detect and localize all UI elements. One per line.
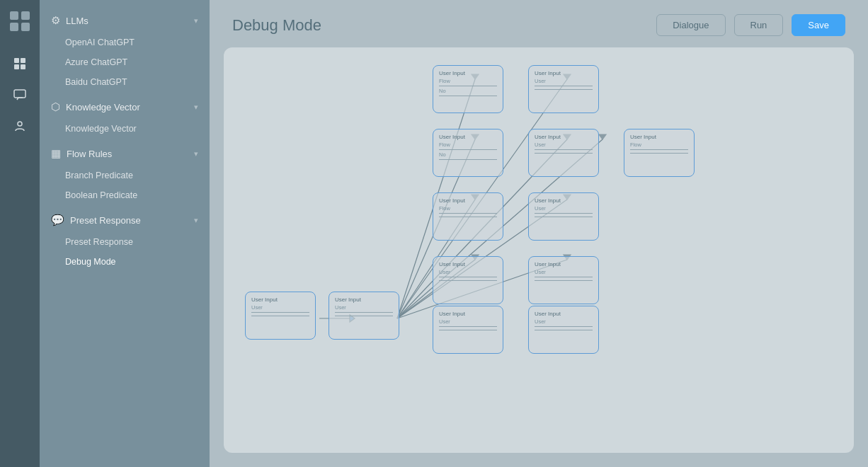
dialogue-button[interactable]: Dialogue	[656, 14, 725, 36]
svg-rect-4	[14, 58, 19, 63]
sidebar-item-preset-response[interactable]: Preset Response	[40, 232, 210, 252]
preset-icon: 💬	[51, 214, 64, 226]
app-logo	[7, 8, 33, 34]
llms-label: LLMs	[66, 16, 88, 26]
chat-nav-icon[interactable]	[7, 82, 33, 108]
save-button[interactable]: Save	[792, 14, 845, 36]
sidebar-item-openai-chatgpt[interactable]: OpenAI ChatGPT	[40, 33, 210, 52]
person-nav-icon[interactable]	[7, 113, 33, 139]
llms-chevron: ▾	[194, 16, 198, 25]
dashboard-nav-icon[interactable]	[7, 51, 33, 76]
run-button[interactable]: Run	[734, 14, 784, 36]
main-header: Debug Mode Dialogue Run Save	[210, 0, 868, 47]
sidebar-section-llms-header[interactable]: ⚙ LLMs ▾	[40, 8, 210, 33]
svg-rect-7	[21, 64, 25, 69]
flow-node-b2[interactable]: User Input User	[329, 292, 399, 340]
flow-icon: ▦	[51, 147, 61, 160]
svg-rect-5	[21, 58, 25, 63]
sidebar-item-azure-chatgpt[interactable]: Azure ChatGPT	[40, 52, 210, 72]
svg-point-9	[18, 122, 22, 126]
kv-icon: ⬡	[51, 100, 60, 113]
sidebar-item-baidu-chatgpt[interactable]: Baidu ChatGPT	[40, 72, 210, 92]
flow-node-r3-1[interactable]: User Input Flow	[433, 192, 503, 241]
sidebar-section-flow-header[interactable]: ▦ Flow Rules ▾	[40, 142, 210, 166]
flow-node-r2-1[interactable]: User Input Flow No	[433, 129, 503, 177]
sidebar-item-branch-predicate[interactable]: Branch Predicate	[40, 166, 210, 185]
sidebar-item-boolean-predicate[interactable]: Boolean Predicate	[40, 185, 210, 205]
icon-sidebar	[0, 0, 40, 467]
sidebar-section-llms: ⚙ LLMs ▾ OpenAI ChatGPT Azure ChatGPT Ba…	[40, 8, 210, 92]
flow-node-r1-1[interactable]: User Input Flow No	[433, 65, 503, 113]
svg-rect-2	[10, 23, 18, 31]
preset-label: Preset Response	[70, 215, 141, 226]
flow-node-r1-2[interactable]: User Input User	[528, 65, 599, 113]
flow-node-r4-2[interactable]: User Input User	[528, 256, 599, 304]
svg-rect-0	[10, 11, 18, 20]
sidebar-section-kv-header[interactable]: ⬡ Knowledge Vector ▾	[40, 95, 210, 119]
flow-node-r2-3[interactable]: User Input Flow	[624, 129, 695, 177]
left-sidebar: ⚙ LLMs ▾ OpenAI ChatGPT Azure ChatGPT Ba…	[40, 0, 210, 467]
svg-rect-1	[21, 11, 30, 20]
kv-chevron: ▾	[194, 103, 198, 112]
sidebar-section-preset-header[interactable]: 💬 Preset Response ▾	[40, 208, 210, 232]
sidebar-section-flow-rules: ▦ Flow Rules ▾ Branch Predicate Boolean …	[40, 142, 210, 205]
flow-node-b4[interactable]: User Input User	[528, 306, 599, 354]
llms-icon: ⚙	[51, 14, 60, 27]
sidebar-section-knowledge-vector: ⬡ Knowledge Vector ▾ Knowledge Vector	[40, 95, 210, 139]
flow-node-r3-2[interactable]: User Input User	[528, 192, 599, 241]
svg-marker-23	[599, 134, 606, 139]
canvas-area[interactable]: User Input Flow No User Input User User …	[224, 47, 854, 453]
svg-rect-8	[14, 90, 25, 98]
svg-rect-3	[21, 23, 30, 31]
flow-node-b3[interactable]: User Input User	[433, 306, 503, 354]
sidebar-item-debug-mode[interactable]: Debug Mode	[40, 252, 210, 272]
flow-label: Flow Rules	[67, 149, 112, 159]
flow-chevron: ▾	[194, 149, 198, 158]
svg-rect-6	[14, 64, 19, 69]
flow-node-b1[interactable]: User Input User	[245, 292, 316, 340]
kv-label: Knowledge Vector	[66, 102, 140, 113]
sidebar-section-preset-response: 💬 Preset Response ▾ Preset Response Debu…	[40, 208, 210, 272]
preset-chevron: ▾	[194, 216, 198, 225]
flow-node-r2-2[interactable]: User Input User	[528, 129, 599, 177]
flow-node-r4-1[interactable]: User Input User	[433, 256, 503, 304]
main-content: Debug Mode Dialogue Run Save	[210, 0, 868, 467]
page-title: Debug Mode	[232, 16, 648, 35]
sidebar-item-knowledge-vector[interactable]: Knowledge Vector	[40, 119, 210, 139]
